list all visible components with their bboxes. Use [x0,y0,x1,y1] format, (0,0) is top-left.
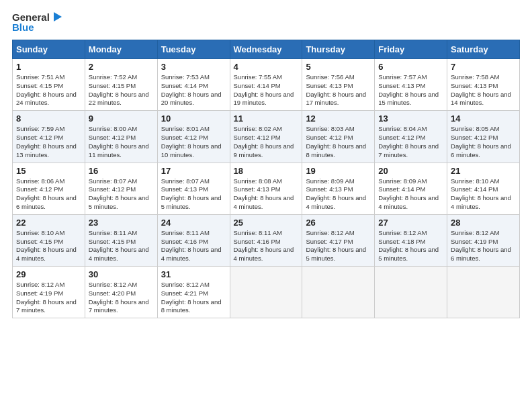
calendar-week-5: 29 Sunrise: 8:12 AMSunset: 4:19 PMDaylig… [13,267,520,318]
day-detail: Sunrise: 8:11 AMSunset: 4:16 PMDaylight:… [234,229,294,262]
calendar-cell: 1 Sunrise: 7:51 AMSunset: 4:15 PMDayligh… [13,59,85,111]
day-number: 9 [89,113,154,124]
day-number: 2 [89,62,154,72]
day-number: 26 [306,218,371,228]
day-detail: Sunrise: 8:05 AMSunset: 4:12 PMDaylight:… [451,125,511,158]
header-cell-saturday: Saturday [447,40,520,59]
calendar-cell: 22 Sunrise: 8:10 AMSunset: 4:15 PMDaylig… [13,214,85,266]
day-detail: Sunrise: 7:51 AMSunset: 4:15 PMDaylight:… [16,73,77,106]
calendar-body: 1 Sunrise: 7:51 AMSunset: 4:15 PMDayligh… [13,59,520,318]
day-detail: Sunrise: 8:07 AMSunset: 4:12 PMDaylight:… [89,177,149,210]
day-number: 29 [16,269,81,279]
day-detail: Sunrise: 8:10 AMSunset: 4:14 PMDaylight:… [451,177,511,210]
svg-marker-0 [54,12,62,21]
day-number: 30 [89,269,154,279]
day-number: 18 [234,166,299,176]
calendar-cell: 29 Sunrise: 8:12 AMSunset: 4:19 PMDaylig… [13,267,85,318]
calendar-cell: 28 Sunrise: 8:12 AMSunset: 4:19 PMDaylig… [447,214,520,266]
calendar-cell: 11 Sunrise: 8:02 AMSunset: 4:12 PMDaylig… [230,111,302,163]
logo: General Blue [12,11,63,33]
day-detail: Sunrise: 8:02 AMSunset: 4:12 PMDaylight:… [234,125,294,158]
day-detail: Sunrise: 8:12 AMSunset: 4:19 PMDaylight:… [16,281,77,314]
day-number: 11 [234,113,299,124]
header-cell-friday: Friday [375,40,447,59]
day-number: 13 [378,113,443,124]
day-detail: Sunrise: 8:10 AMSunset: 4:15 PMDaylight:… [16,229,77,262]
day-number: 25 [234,218,299,228]
logo-container: General Blue [12,11,63,33]
day-number: 17 [161,166,226,176]
calendar-cell: 18 Sunrise: 8:08 AMSunset: 4:13 PMDaylig… [230,163,302,214]
calendar-cell: 20 Sunrise: 8:09 AMSunset: 4:14 PMDaylig… [375,163,447,214]
calendar-cell: 9 Sunrise: 8:00 AMSunset: 4:12 PMDayligh… [85,111,157,163]
calendar-cell: 15 Sunrise: 8:06 AMSunset: 4:12 PMDaylig… [13,163,85,214]
day-detail: Sunrise: 7:52 AMSunset: 4:15 PMDaylight:… [89,73,149,106]
day-detail: Sunrise: 7:56 AMSunset: 4:13 PMDaylight:… [306,73,366,106]
calendar-cell: 23 Sunrise: 8:11 AMSunset: 4:15 PMDaylig… [85,214,157,266]
calendar-week-4: 22 Sunrise: 8:10 AMSunset: 4:15 PMDaylig… [13,214,520,266]
calendar-cell: 3 Sunrise: 7:53 AMSunset: 4:14 PMDayligh… [157,59,230,111]
calendar-week-3: 15 Sunrise: 8:06 AMSunset: 4:12 PMDaylig… [13,163,520,214]
day-number: 19 [306,166,371,176]
header-row: SundayMondayTuesdayWednesdayThursdayFrid… [13,40,520,59]
day-number: 31 [161,269,226,279]
day-detail: Sunrise: 8:12 AMSunset: 4:20 PMDaylight:… [89,281,149,314]
day-number: 5 [306,62,371,72]
day-detail: Sunrise: 8:04 AMSunset: 4:12 PMDaylight:… [378,125,439,158]
calendar-cell: 17 Sunrise: 8:07 AMSunset: 4:13 PMDaylig… [157,163,230,214]
calendar-week-2: 8 Sunrise: 7:59 AMSunset: 4:12 PMDayligh… [13,111,520,163]
day-number: 1 [16,62,81,72]
logo-blue: Blue [12,21,34,33]
day-number: 27 [378,218,443,228]
day-number: 3 [161,62,226,72]
calendar-cell: 13 Sunrise: 8:04 AMSunset: 4:12 PMDaylig… [375,111,447,163]
day-detail: Sunrise: 8:03 AMSunset: 4:12 PMDaylight:… [306,125,366,158]
day-number: 20 [378,166,443,176]
page: General Blue SundayMondayTuesdayWednesda… [0,0,532,411]
day-detail: Sunrise: 7:57 AMSunset: 4:13 PMDaylight:… [378,73,439,106]
calendar-cell: 25 Sunrise: 8:11 AMSunset: 4:16 PMDaylig… [230,214,302,266]
calendar-cell: 24 Sunrise: 8:11 AMSunset: 4:16 PMDaylig… [157,214,230,266]
day-number: 28 [451,218,516,228]
day-detail: Sunrise: 7:59 AMSunset: 4:12 PMDaylight:… [16,125,77,158]
day-number: 15 [16,166,81,176]
day-number: 8 [16,113,81,124]
day-number: 21 [451,166,516,176]
calendar-cell: 14 Sunrise: 8:05 AMSunset: 4:12 PMDaylig… [447,111,520,163]
calendar-cell: 16 Sunrise: 8:07 AMSunset: 4:12 PMDaylig… [85,163,157,214]
header: General Blue [12,11,520,33]
calendar-cell: 21 Sunrise: 8:10 AMSunset: 4:14 PMDaylig… [447,163,520,214]
calendar-cell: 10 Sunrise: 8:01 AMSunset: 4:12 PMDaylig… [157,111,230,163]
calendar-cell: 7 Sunrise: 7:58 AMSunset: 4:13 PMDayligh… [447,59,520,111]
calendar-cell [447,267,520,318]
header-cell-monday: Monday [85,40,157,59]
day-detail: Sunrise: 8:09 AMSunset: 4:13 PMDaylight:… [306,177,366,210]
day-number: 12 [306,113,371,124]
calendar-table: SundayMondayTuesdayWednesdayThursdayFrid… [12,40,520,318]
day-number: 24 [161,218,226,228]
day-detail: Sunrise: 7:55 AMSunset: 4:14 PMDaylight:… [234,73,294,106]
day-detail: Sunrise: 8:08 AMSunset: 4:13 PMDaylight:… [234,177,294,210]
day-detail: Sunrise: 8:09 AMSunset: 4:14 PMDaylight:… [378,177,439,210]
calendar-cell: 30 Sunrise: 8:12 AMSunset: 4:20 PMDaylig… [85,267,157,318]
day-detail: Sunrise: 8:07 AMSunset: 4:13 PMDaylight:… [161,177,222,210]
calendar-cell: 6 Sunrise: 7:57 AMSunset: 4:13 PMDayligh… [375,59,447,111]
day-number: 7 [451,62,516,72]
day-number: 14 [451,113,516,124]
header-cell-tuesday: Tuesday [157,40,230,59]
header-cell-thursday: Thursday [302,40,375,59]
day-detail: Sunrise: 8:12 AMSunset: 4:19 PMDaylight:… [451,229,511,262]
calendar-cell: 19 Sunrise: 8:09 AMSunset: 4:13 PMDaylig… [302,163,375,214]
day-detail: Sunrise: 8:11 AMSunset: 4:15 PMDaylight:… [89,229,149,262]
header-cell-sunday: Sunday [13,40,85,59]
calendar-cell: 12 Sunrise: 8:03 AMSunset: 4:12 PMDaylig… [302,111,375,163]
day-detail: Sunrise: 8:12 AMSunset: 4:17 PMDaylight:… [306,229,366,262]
day-detail: Sunrise: 8:11 AMSunset: 4:16 PMDaylight:… [161,229,222,262]
calendar-cell [230,267,302,318]
calendar-cell: 27 Sunrise: 8:12 AMSunset: 4:18 PMDaylig… [375,214,447,266]
calendar-cell: 8 Sunrise: 7:59 AMSunset: 4:12 PMDayligh… [13,111,85,163]
day-detail: Sunrise: 8:12 AMSunset: 4:21 PMDaylight:… [161,281,222,314]
day-number: 16 [89,166,154,176]
header-cell-wednesday: Wednesday [230,40,302,59]
day-number: 4 [234,62,299,72]
